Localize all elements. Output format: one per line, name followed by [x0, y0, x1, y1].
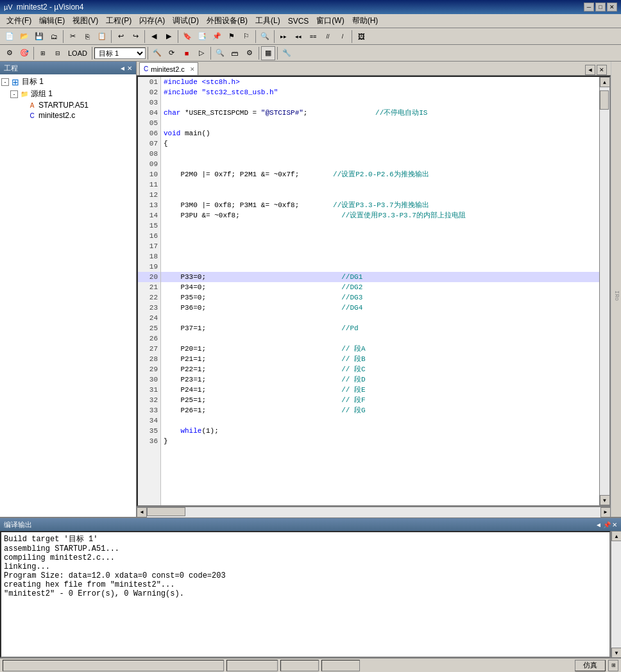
- output-panel-close[interactable]: ✕: [612, 521, 617, 528]
- tree-target1[interactable]: - ⊞ 目标 1: [1, 76, 135, 88]
- tree-startup[interactable]: A STARTUP.A51: [1, 100, 135, 110]
- ln-36: 36: [138, 436, 160, 446]
- target-btn1[interactable]: ⊞: [36, 46, 50, 60]
- db-btn[interactable]: 🗃: [228, 46, 242, 60]
- ln-01: 01: [138, 77, 160, 87]
- code-line-20: P33=0; //DG1: [161, 272, 599, 282]
- target-select[interactable]: 目标 1: [94, 47, 146, 59]
- output-panel-pin[interactable]: 📌: [603, 521, 611, 528]
- editor-tab-minitest2c[interactable]: C minitest2.c ✕: [139, 62, 198, 75]
- bookmark5-button[interactable]: ⚐: [239, 29, 253, 44]
- nav-fwd-button[interactable]: ▶: [162, 29, 176, 44]
- project-panel-close[interactable]: ✕: [127, 65, 132, 72]
- output-content[interactable]: Build target '目标 1' assembling STARTUP.A…: [0, 531, 611, 658]
- status-resize-button[interactable]: ⊞: [608, 660, 618, 671]
- editor-scrollbar-x[interactable]: ◄ ►: [137, 507, 611, 517]
- code-line-18: [161, 251, 599, 262]
- tree-minitest2c[interactable]: C minitest2.c: [1, 110, 135, 121]
- view-btn[interactable]: ▦: [261, 46, 275, 60]
- stop-button[interactable]: ■: [180, 46, 194, 60]
- unindent-button[interactable]: ◂◂: [291, 29, 305, 44]
- project-panel-collapse[interactable]: ◄: [119, 65, 126, 72]
- menu-peripherals[interactable]: 外围设备(B): [203, 14, 251, 28]
- menu-window[interactable]: 窗口(W): [312, 14, 348, 28]
- code-line-25: P37=1; //Pd: [161, 323, 599, 333]
- menu-file[interactable]: 文件(F): [3, 14, 35, 28]
- code-line-19: [161, 262, 599, 272]
- sim-button[interactable]: 仿真: [575, 660, 606, 671]
- menu-debug[interactable]: 调试(D): [169, 14, 203, 28]
- menu-svcs[interactable]: SVCS: [284, 15, 313, 27]
- format-button[interactable]: ≡≡: [306, 29, 320, 44]
- ln-29: 29: [138, 364, 160, 374]
- sep-6: [274, 30, 275, 43]
- menu-flash[interactable]: 闪存(A): [135, 14, 169, 28]
- menu-edit[interactable]: 编辑(E): [35, 14, 69, 28]
- sep-t5: [259, 47, 259, 60]
- project-button[interactable]: ⚙: [3, 46, 17, 60]
- expand-target1[interactable]: -: [1, 78, 9, 86]
- cut-button[interactable]: ✂: [65, 29, 80, 44]
- menu-bar: 文件(F) 编辑(E) 视图(V) 工程(P) 闪存(A) 调试(D) 外围设备…: [0, 14, 621, 28]
- copy-button[interactable]: ⎘: [80, 29, 94, 44]
- scroll-thumb-x[interactable]: [147, 507, 185, 516]
- code-line-22: P35=0; //DG3: [161, 292, 599, 303]
- ln-25: 25: [138, 323, 160, 333]
- scroll-track-x[interactable]: [147, 507, 600, 517]
- save-all-button[interactable]: 🗂: [47, 29, 61, 44]
- menu-project[interactable]: 工程(P): [102, 14, 135, 28]
- ln-03: 03: [138, 97, 160, 108]
- scroll-left-arrow[interactable]: ◄: [137, 507, 147, 517]
- bookmark4-button[interactable]: ⚑: [225, 29, 239, 44]
- expand-source-group[interactable]: -: [10, 90, 18, 98]
- tab-prev-button[interactable]: ◄: [585, 65, 595, 75]
- comment-button[interactable]: //: [321, 29, 335, 44]
- uncomment-button[interactable]: /: [336, 29, 350, 44]
- scroll-thumb[interactable]: [600, 90, 609, 110]
- rebuild-button[interactable]: ⟳: [165, 46, 179, 60]
- scroll-right-arrow[interactable]: ►: [600, 507, 611, 517]
- scroll-up-arrow[interactable]: ▲: [600, 77, 610, 87]
- source-group-label: 源组 1: [31, 88, 53, 99]
- tree-source-group[interactable]: - 📁 源组 1: [1, 88, 135, 100]
- indent-button[interactable]: ▸▸: [276, 29, 291, 44]
- bookmark3-button[interactable]: 📌: [210, 29, 224, 44]
- paste-button[interactable]: 📋: [95, 29, 109, 44]
- find-button[interactable]: 🔍: [258, 29, 272, 44]
- output-panel-collapse[interactable]: ◄: [595, 521, 602, 528]
- nav-back-button[interactable]: ◀: [147, 29, 161, 44]
- redo-button[interactable]: ↪: [128, 29, 142, 44]
- output-scroll-down[interactable]: ▼: [611, 648, 621, 658]
- new-file-button[interactable]: 📄: [3, 29, 17, 44]
- bookmark-button[interactable]: 🔖: [180, 29, 194, 44]
- scroll-track[interactable]: [600, 87, 610, 495]
- tab-close-all-button[interactable]: ✕: [597, 65, 607, 75]
- menu-tools[interactable]: 工具(L): [251, 14, 284, 28]
- output-line-1: Build target '目标 1': [4, 533, 607, 544]
- code-line-4: char *USER_STCISPCMD = "@STCISP#"; //不停电…: [161, 108, 599, 118]
- code-line-35: while(1);: [161, 426, 599, 436]
- code-content[interactable]: #include <stc8h.h> #include "stc32_stc8_…: [161, 77, 599, 505]
- output-scroll-up[interactable]: ▲: [611, 531, 621, 541]
- build-button[interactable]: 🔨: [150, 46, 164, 60]
- minimize-button[interactable]: ─: [584, 3, 594, 12]
- editor-scrollbar-y[interactable]: ▲ ▼: [599, 77, 609, 505]
- menu-help[interactable]: 帮助(H): [348, 14, 382, 28]
- menu-view[interactable]: 视图(V): [69, 14, 102, 28]
- maximize-button[interactable]: □: [595, 3, 606, 12]
- search-btn[interactable]: 🔍: [213, 46, 227, 60]
- target-options-button[interactable]: 🎯: [17, 46, 31, 60]
- debug-start-button[interactable]: ▷: [194, 46, 208, 60]
- open-file-button[interactable]: 📂: [17, 29, 31, 44]
- close-button[interactable]: ✕: [607, 3, 617, 12]
- bookmark2-button[interactable]: 📑: [195, 29, 209, 44]
- image-button[interactable]: 🖼: [354, 29, 368, 44]
- output-scrollbar-y[interactable]: ▲ ▼: [611, 531, 621, 658]
- save-button[interactable]: 💾: [32, 29, 46, 44]
- settings-btn[interactable]: ⚙: [242, 46, 257, 60]
- target-btn2[interactable]: ⊟: [51, 46, 65, 60]
- undo-button[interactable]: ↩: [114, 29, 128, 44]
- tab-close-button[interactable]: ✕: [190, 66, 195, 72]
- tools-btn[interactable]: 🔧: [280, 46, 294, 60]
- scroll-down-arrow[interactable]: ▼: [600, 495, 610, 505]
